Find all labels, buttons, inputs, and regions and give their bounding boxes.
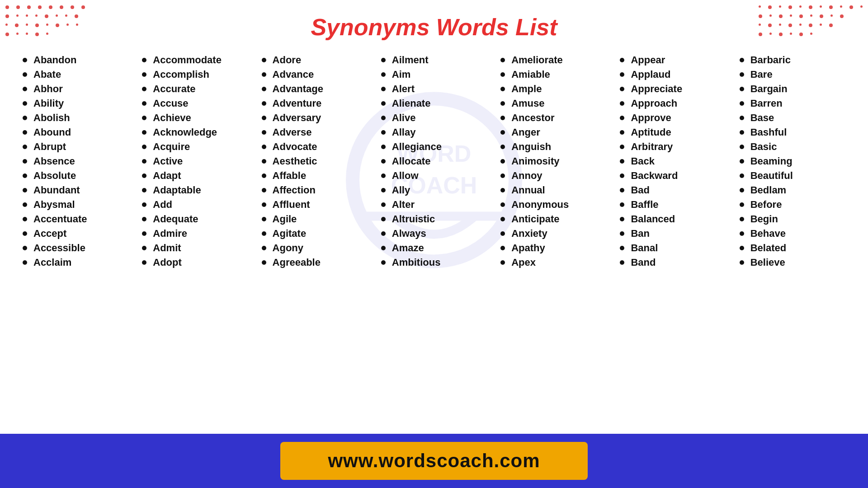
- list-item: Abound: [23, 127, 128, 138]
- word-text: Barbaric: [750, 54, 791, 66]
- list-item: Begin: [740, 213, 845, 225]
- list-item: Alter: [381, 199, 487, 211]
- list-item: Agitate: [262, 228, 368, 239]
- word-columns-container: AbandonAbateAbhorAbilityAbolishAboundAbr…: [18, 54, 850, 271]
- word-text: Backward: [631, 170, 678, 182]
- word-text: Aptitude: [631, 127, 671, 138]
- list-item: Baffle: [620, 199, 726, 211]
- list-item: Accommodate: [142, 54, 248, 66]
- bullet-icon: [142, 58, 146, 62]
- bullet-icon: [381, 260, 386, 265]
- bullet-icon: [620, 260, 624, 265]
- bullet-icon: [740, 202, 744, 207]
- bullet-icon: [620, 116, 624, 120]
- word-text: Approach: [631, 98, 677, 109]
- word-text: Accuse: [153, 98, 188, 109]
- bullet-icon: [620, 101, 624, 106]
- bullet-icon: [262, 246, 266, 250]
- bullet-icon: [740, 116, 744, 120]
- bullet-icon: [381, 159, 386, 164]
- bullet-icon: [500, 101, 505, 106]
- bullet-icon: [620, 246, 624, 250]
- bullet-icon: [740, 174, 744, 178]
- bullet-icon: [262, 217, 266, 221]
- list-item: Affluent: [262, 199, 368, 211]
- bullet-icon: [262, 145, 266, 149]
- bullet-icon: [740, 217, 744, 221]
- list-item: Approach: [620, 98, 726, 109]
- word-text: Allegiance: [392, 141, 442, 153]
- word-text: Anger: [511, 127, 540, 138]
- list-item: Advance: [262, 69, 368, 80]
- bullet-icon: [262, 116, 266, 120]
- word-text: Accomplish: [153, 69, 209, 80]
- list-item: Adore: [262, 54, 368, 66]
- bullet-icon: [620, 174, 624, 178]
- list-item: Ailment: [381, 54, 487, 66]
- bullet-icon: [381, 101, 386, 106]
- list-item: Aesthetic: [262, 155, 368, 167]
- bullet-icon: [740, 130, 744, 135]
- list-item: Alienate: [381, 98, 487, 109]
- bullet-icon: [142, 217, 146, 221]
- list-item: Amaze: [381, 242, 487, 254]
- word-text: Adverse: [273, 127, 312, 138]
- list-item: Bashful: [740, 127, 845, 138]
- bullet-icon: [262, 58, 266, 62]
- word-text: Approve: [631, 112, 671, 124]
- list-item: Anxiety: [500, 228, 606, 239]
- word-text: Affection: [273, 184, 316, 196]
- word-text: Bedlam: [750, 184, 786, 196]
- bullet-icon: [381, 202, 386, 207]
- page-header: Synonyms Words List: [0, 0, 868, 50]
- list-item: Aim: [381, 69, 487, 80]
- word-text: Barren: [750, 98, 783, 109]
- list-item: Apathy: [500, 242, 606, 254]
- bullet-icon: [23, 87, 27, 91]
- bullet-icon: [142, 231, 146, 236]
- list-item: Abolish: [23, 112, 128, 124]
- bullet-icon: [381, 174, 386, 178]
- list-item: Acquire: [142, 141, 248, 153]
- list-item: Altruistic: [381, 213, 487, 225]
- footer-banner: www.wordscoach.com: [280, 442, 588, 480]
- bullet-icon: [23, 145, 27, 149]
- list-item: Allocate: [381, 155, 487, 167]
- list-item: Band: [620, 257, 726, 268]
- list-item: Belated: [740, 242, 845, 254]
- list-item: Agony: [262, 242, 368, 254]
- word-text: Alive: [392, 112, 416, 124]
- bullet-icon: [23, 260, 27, 265]
- bullet-icon: [23, 159, 27, 164]
- word-column-0: AbandonAbateAbhorAbilityAbolishAboundAbr…: [18, 54, 133, 271]
- list-item: Amiable: [500, 69, 606, 80]
- list-item: Allay: [381, 127, 487, 138]
- bullet-icon: [740, 188, 744, 192]
- list-item: Acknowledge: [142, 127, 248, 138]
- list-item: Ban: [620, 228, 726, 239]
- bullet-icon: [142, 260, 146, 265]
- word-text: Abandon: [33, 54, 76, 66]
- word-text: Adversary: [273, 112, 321, 124]
- list-item: Banal: [620, 242, 726, 254]
- word-text: Absolute: [33, 170, 76, 182]
- list-item: Adopt: [142, 257, 248, 268]
- bullet-icon: [500, 58, 505, 62]
- list-item: Ally: [381, 184, 487, 196]
- bullet-icon: [142, 72, 146, 77]
- word-text: Accessible: [33, 242, 85, 254]
- bullet-icon: [262, 188, 266, 192]
- list-item: Accomplish: [142, 69, 248, 80]
- word-text: Belated: [750, 242, 786, 254]
- word-text: Absence: [33, 155, 75, 167]
- word-text: Annual: [511, 184, 545, 196]
- bullet-icon: [381, 116, 386, 120]
- list-item: Appreciate: [620, 83, 726, 95]
- word-text: Bad: [631, 184, 650, 196]
- word-text: Anticipate: [511, 213, 559, 225]
- bullet-icon: [23, 174, 27, 178]
- word-text: Bargain: [750, 83, 788, 95]
- word-text: Base: [750, 112, 774, 124]
- bullet-icon: [620, 72, 624, 77]
- list-item: Accurate: [142, 83, 248, 95]
